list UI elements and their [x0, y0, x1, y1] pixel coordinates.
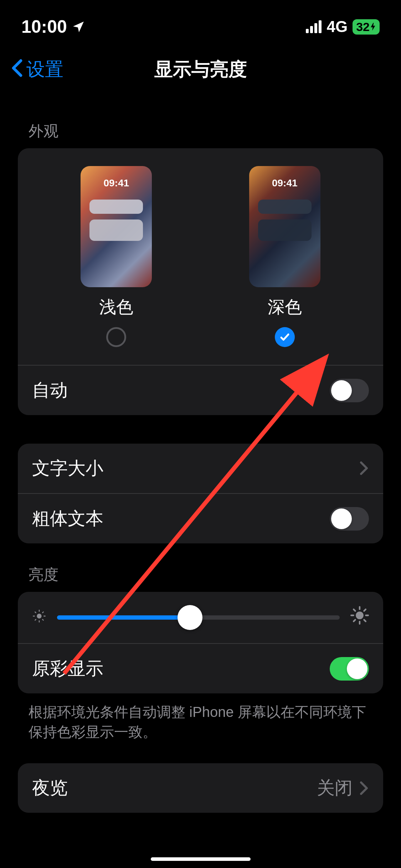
true-tone-toggle[interactable] — [330, 657, 369, 681]
brightness-card: 原彩显示 — [18, 592, 383, 693]
night-shift-card: 夜览 关闭 — [18, 763, 383, 813]
text-card: 文字大小 粗体文本 — [18, 444, 383, 543]
brightness-slider[interactable] — [57, 615, 340, 620]
navigation-bar: 设置 显示与亮度 — [0, 50, 401, 100]
svg-line-14 — [354, 609, 355, 611]
appearance-selector: 09:41 浅色 09:41 深色 — [18, 148, 383, 366]
chevron-right-icon — [359, 457, 369, 480]
status-time: 10:00 — [21, 16, 67, 37]
appearance-card: 09:41 浅色 09:41 深色 自动 — [18, 148, 383, 415]
true-tone-label: 原彩显示 — [32, 657, 103, 681]
true-tone-row: 原彩显示 — [18, 644, 383, 693]
svg-line-15 — [364, 620, 366, 621]
appearance-option-dark[interactable]: 09:41 深色 — [249, 166, 320, 347]
text-size-label: 文字大小 — [32, 456, 103, 480]
svg-line-8 — [42, 612, 43, 613]
light-preview-icon: 09:41 — [81, 166, 152, 287]
sun-high-icon — [350, 606, 369, 629]
auto-toggle[interactable] — [330, 379, 369, 402]
location-icon — [72, 16, 85, 37]
auto-label: 自动 — [32, 378, 68, 402]
svg-line-5 — [35, 612, 36, 613]
brightness-slider-row — [18, 592, 383, 644]
light-label: 浅色 — [99, 296, 133, 319]
section-header-appearance: 外观 — [18, 100, 383, 148]
auto-row: 自动 — [18, 366, 383, 415]
dark-preview-icon: 09:41 — [249, 166, 320, 287]
radio-unselected-icon[interactable] — [106, 327, 126, 347]
chevron-left-icon — [11, 56, 24, 83]
bold-toggle[interactable] — [330, 507, 369, 531]
back-button[interactable]: 设置 — [11, 56, 63, 83]
bold-text-row: 粗体文本 — [18, 493, 383, 543]
svg-line-6 — [42, 619, 43, 620]
home-indicator[interactable] — [151, 857, 251, 861]
status-bar: 10:00 4G 32 — [0, 0, 401, 50]
status-time-group: 10:00 — [21, 16, 85, 37]
battery-percent: 32 — [356, 20, 370, 34]
night-shift-value: 关闭 — [317, 776, 353, 800]
svg-line-7 — [35, 619, 36, 620]
battery-indicator: 32 — [353, 19, 380, 35]
text-size-row[interactable]: 文字大小 — [18, 444, 383, 493]
svg-point-0 — [37, 614, 41, 618]
bold-label: 粗体文本 — [32, 507, 103, 531]
night-shift-row[interactable]: 夜览 关闭 — [18, 763, 383, 813]
dark-label: 深色 — [268, 296, 302, 319]
true-tone-footer: 根据环境光条件自动调整 iPhone 屏幕以在不同环境下保持色彩显示一致。 — [18, 693, 383, 742]
night-shift-label: 夜览 — [32, 776, 68, 800]
section-header-brightness: 亮度 — [18, 543, 383, 592]
svg-line-17 — [364, 609, 366, 611]
cellular-signal-icon — [306, 20, 322, 33]
night-shift-value-group: 关闭 — [317, 776, 369, 800]
back-label: 设置 — [26, 57, 63, 82]
radio-selected-icon[interactable] — [275, 327, 295, 347]
chevron-right-icon — [359, 781, 369, 795]
appearance-option-light[interactable]: 09:41 浅色 — [81, 166, 152, 347]
svg-point-9 — [356, 611, 364, 619]
status-indicators: 4G 32 — [306, 18, 380, 36]
svg-line-16 — [354, 620, 355, 621]
sun-low-icon — [32, 609, 46, 626]
page-title: 显示与亮度 — [154, 57, 247, 82]
network-type: 4G — [327, 18, 348, 36]
